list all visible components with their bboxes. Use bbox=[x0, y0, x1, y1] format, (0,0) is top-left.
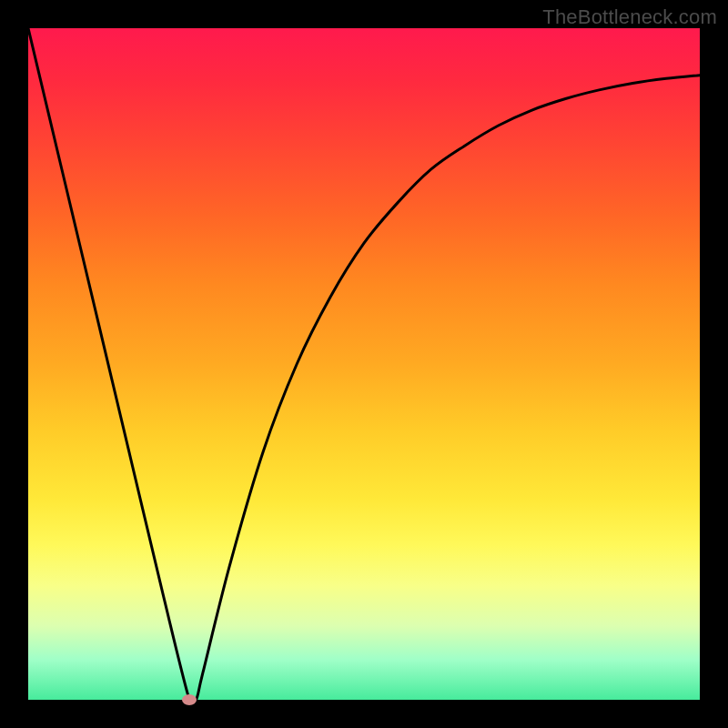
watermark-text: TheBottleneck.com bbox=[542, 5, 717, 29]
chart-frame: TheBottleneck.com bbox=[0, 0, 728, 728]
bottleneck-curve bbox=[28, 28, 700, 700]
minimum-marker bbox=[182, 694, 197, 705]
plot-area bbox=[28, 28, 700, 700]
curve-svg bbox=[28, 28, 700, 700]
